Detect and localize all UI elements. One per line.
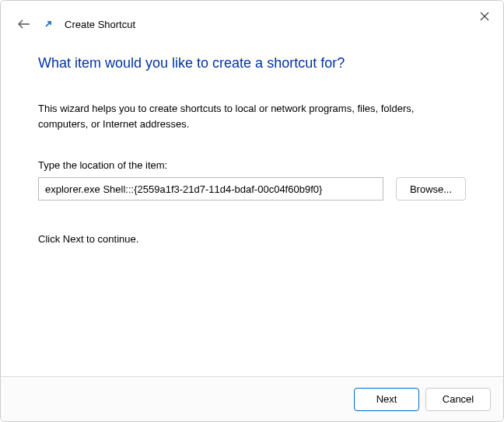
location-input-label: Type the location of the item:: [38, 159, 466, 171]
wizard-header: Create Shortcut: [1, 1, 503, 40]
location-input[interactable]: [38, 177, 383, 201]
page-heading: What item would you like to create a sho…: [38, 55, 466, 71]
wizard-content: What item would you like to create a sho…: [1, 40, 503, 245]
browse-button[interactable]: Browse...: [396, 177, 466, 201]
cancel-button[interactable]: Cancel: [425, 388, 491, 411]
wizard-footer: Next Cancel: [1, 376, 503, 421]
close-icon[interactable]: [478, 10, 491, 23]
input-row: Browse...: [38, 177, 466, 201]
wizard-description: This wizard helps you to create shortcut…: [38, 101, 466, 131]
shortcut-icon: [43, 19, 54, 30]
wizard-title: Create Shortcut: [65, 19, 135, 30]
continue-hint: Click Next to continue.: [38, 233, 466, 245]
next-button[interactable]: Next: [354, 388, 419, 411]
back-arrow-icon[interactable]: [16, 16, 32, 32]
